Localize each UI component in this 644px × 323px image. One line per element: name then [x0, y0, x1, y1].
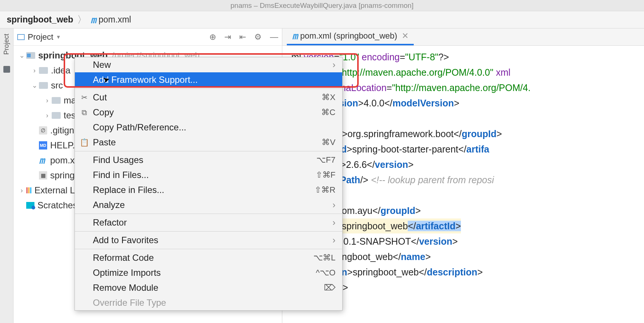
project-view-icon [17, 34, 25, 40]
cut-icon: ✂ [80, 93, 88, 102]
submenu-arrow-icon: › [332, 60, 335, 70]
menu-separator [75, 214, 342, 214]
project-panel-title[interactable]: Project [28, 32, 53, 42]
markdown-icon: MD [39, 141, 47, 150]
structure-toolwindow-button[interactable] [3, 66, 10, 73]
menu-analyze[interactable]: Analyze› [75, 197, 342, 212]
menu-find-in-files[interactable]: Find in Files...⇧⌘F [75, 167, 342, 182]
menu-copy-path[interactable]: Copy Path/Reference... [75, 120, 342, 135]
project-panel-header: Project ▾ ⊕ ⇥ ⇤ ⚙ — [13, 28, 282, 46]
editor-tab-pom[interactable]: m pom.xml (springboot_web) ✕ [287, 28, 414, 45]
editor-tab-label: pom.xml (springboot_web) [300, 31, 397, 41]
iml-icon: ▦ [39, 171, 47, 179]
menu-find-usages[interactable]: Find Usages⌥F7 [75, 153, 342, 167]
context-menu: New› Add Framework Support... ✂Cut⌘X ⧉Co… [75, 57, 343, 311]
library-icon [26, 183, 34, 198]
menu-add-to-favorites[interactable]: Add to Favorites› [75, 233, 342, 248]
menu-separator [75, 249, 342, 249]
gitignore-icon: ∅ [39, 126, 47, 135]
hide-icon[interactable]: — [270, 32, 278, 42]
maven-file-icon: m [39, 153, 47, 168]
maven-icon: m [91, 14, 97, 25]
menu-remove-module[interactable]: Remove Module⌦ [75, 280, 342, 295]
maven-tab-icon: m [292, 30, 298, 42]
menu-add-framework-support[interactable]: Add Framework Support... [75, 72, 342, 87]
menu-copy[interactable]: ⧉Copy⌘C [75, 105, 342, 120]
menu-replace-in-files[interactable]: Replace in Files...⇧⌘R [75, 182, 342, 197]
close-tab-icon[interactable]: ✕ [402, 31, 408, 41]
menu-paste[interactable]: 📋Paste⌘V [75, 135, 342, 150]
collapse-all-icon[interactable]: ⇤ [239, 32, 246, 42]
editor-tabs: m pom.xml (springboot_web) ✕ [282, 28, 644, 46]
submenu-arrow-icon: › [332, 200, 335, 210]
menu-separator [75, 231, 342, 232]
breadcrumb: springboot_web 〉 m pom.xml [0, 11, 644, 28]
menu-cut[interactable]: ✂Cut⌘X [75, 90, 342, 105]
menu-new[interactable]: New› [75, 57, 342, 72]
gear-icon[interactable]: ⚙ [254, 32, 262, 42]
tool-window-bar: Project [0, 28, 13, 323]
menu-refactor[interactable]: Refactor› [75, 215, 342, 230]
breadcrumb-sep: 〉 [77, 13, 87, 26]
menu-separator [75, 88, 342, 89]
scratch-icon [26, 202, 34, 209]
copy-icon: ⧉ [80, 108, 88, 117]
locate-icon[interactable]: ⊕ [209, 32, 216, 42]
menu-reformat-code[interactable]: Reformat Code⌥⌘L [75, 250, 342, 265]
expand-all-icon[interactable]: ⇥ [224, 32, 231, 42]
breadcrumb-file[interactable]: pom.xml [98, 15, 131, 25]
menu-separator [75, 151, 342, 151]
paste-icon: 📋 [80, 138, 88, 147]
menu-override-file-type[interactable]: Override File Type [75, 295, 342, 310]
submenu-arrow-icon: › [332, 235, 335, 245]
title-bar: pnams – DmsExecuteWaybillQuery.java [pna… [0, 0, 644, 11]
chevron-down-icon[interactable]: ▾ [57, 33, 60, 40]
menu-optimize-imports[interactable]: Optimize Imports^⌥O [75, 265, 342, 280]
submenu-arrow-icon: › [332, 217, 335, 228]
breadcrumb-root[interactable]: springboot_web [7, 15, 73, 25]
project-toolwindow-button[interactable]: Project [3, 34, 10, 55]
